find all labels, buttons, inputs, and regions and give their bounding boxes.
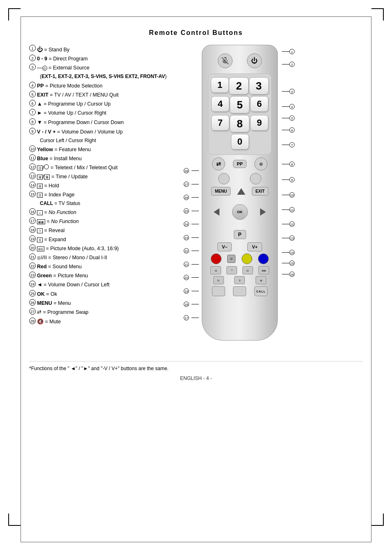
item-text: ▼ = Programme Down / Cursor Down xyxy=(37,118,169,127)
numpad: 1 2 3 4 5 6 7 8 xyxy=(208,74,272,155)
item-text: ⊞/⊠ = Time / Update xyxy=(37,173,169,181)
yellow-button[interactable] xyxy=(242,253,252,264)
top-section: ⏻ xyxy=(206,51,273,70)
corner-mark-bl xyxy=(8,514,21,526)
p-button[interactable]: P xyxy=(234,230,246,239)
list-item: 1 ⏻ = Stand By xyxy=(29,45,169,54)
remote-area: ⏻ 1 2 3 4 5 6 xyxy=(177,45,363,353)
item-number: 7 xyxy=(29,109,36,115)
corner-mark-br xyxy=(371,514,384,526)
menu-button[interactable]: MENU xyxy=(211,187,231,196)
label-line: 25 xyxy=(184,208,199,214)
spacer xyxy=(184,309,199,315)
num-button-7[interactable]: 7 xyxy=(211,115,229,131)
list-item: 27 ⇄ = Programme Swap xyxy=(29,308,169,317)
num-button-5[interactable]: 5 xyxy=(230,96,249,113)
spacer xyxy=(184,282,199,288)
spacer xyxy=(281,214,296,221)
list-item: 20 ⊞⊟ = Picture Mode (Auto, 4:3, 16:9) xyxy=(29,244,169,253)
item-number: 26 xyxy=(29,299,36,306)
label-line: 1 xyxy=(281,49,296,54)
label-line: 20 xyxy=(184,275,199,280)
circle-btn-right[interactable] xyxy=(250,173,261,184)
list-item: 22 Red = Sound Menu xyxy=(29,263,169,271)
list-item: 3 —⊙ = External Source xyxy=(29,64,169,72)
item-number: 6 xyxy=(29,100,36,106)
spacer xyxy=(184,295,199,302)
list-item: 4 PP = Picture Mode Selection xyxy=(29,82,169,90)
up-button[interactable] xyxy=(237,188,245,195)
item-text: PP = Picture Mode Selection xyxy=(37,82,169,90)
bot-btn-1[interactable] xyxy=(212,286,225,296)
item-number: 11 xyxy=(29,154,36,161)
label-line: 16 xyxy=(281,272,296,277)
mute-button[interactable] xyxy=(218,53,233,68)
num-button-2[interactable]: 2 xyxy=(229,77,249,94)
item-subtext: (EXT-1, EXT-2, EXT-3, S-VHS, S-VHS EXT2,… xyxy=(40,73,169,81)
outer-border: Remote Control Buttons 1 ⏻ = Stand By 2 … xyxy=(21,16,371,542)
red-button[interactable] xyxy=(211,253,221,264)
func-btn-3[interactable]: ⊡ xyxy=(242,266,253,274)
power-button[interactable]: ⏻ xyxy=(247,53,262,68)
spacer xyxy=(184,242,199,248)
pp-button[interactable]: PP xyxy=(233,160,247,168)
num-button-0[interactable]: 0 xyxy=(231,134,249,150)
exit-button[interactable]: EXIT xyxy=(252,187,268,196)
item-text: ► = Volume Up / Cursor Right xyxy=(37,109,169,117)
num-button-9[interactable]: 9 xyxy=(250,115,268,131)
ok-button[interactable]: OK xyxy=(232,204,248,220)
item-number: 23 xyxy=(29,272,36,278)
icon-row-1: ⊟ ? ⊡ ⊞⊠ xyxy=(208,266,272,274)
vol-minus-button[interactable]: V– xyxy=(217,242,232,251)
num-button-1[interactable]: 1 xyxy=(211,77,229,93)
spacer xyxy=(184,255,199,262)
item-number: 5 xyxy=(29,91,36,97)
num-button-4[interactable]: 4 xyxy=(211,96,229,112)
right-button[interactable] xyxy=(260,208,266,216)
spacer xyxy=(281,122,296,127)
label-line: 9 xyxy=(281,177,296,182)
func-btn-5[interactable]: ⊡ xyxy=(213,276,224,284)
item-number: 27 xyxy=(29,308,36,315)
spacer xyxy=(281,149,296,161)
item-number: 15 xyxy=(29,191,36,197)
label-line: 21 xyxy=(184,262,199,267)
num-button-8[interactable]: 8 xyxy=(230,115,249,132)
func-btn-2[interactable]: ? xyxy=(226,266,237,274)
func-btn-1[interactable]: ⊟ xyxy=(210,266,221,274)
num-button-6[interactable]: 6 xyxy=(250,96,268,112)
func-btn-7[interactable]: ⊞ xyxy=(256,276,266,284)
remote-wrapper: ⏻ 1 2 3 4 5 6 xyxy=(202,45,278,341)
vol-plus-button[interactable]: V+ xyxy=(247,242,262,251)
label-line: 18 xyxy=(184,302,199,307)
func-btn-6[interactable]: ⇕ xyxy=(234,276,245,284)
spacer xyxy=(281,228,296,235)
func-btn-4[interactable]: ⊞⊠ xyxy=(258,266,269,274)
item-number: 28 xyxy=(29,318,36,324)
item-number: 17 xyxy=(29,217,36,224)
bot-btn-2[interactable] xyxy=(233,286,246,296)
label-line: 3 xyxy=(281,89,296,94)
num-button-3[interactable]: 3 xyxy=(249,77,269,94)
left-button[interactable] xyxy=(214,208,219,216)
circle-btn-left[interactable] xyxy=(218,173,230,184)
list-item: 23 Green = Picture Menu xyxy=(29,272,169,280)
color-btn-2[interactable]: ◎ xyxy=(227,255,235,263)
spacer xyxy=(281,56,296,62)
item-number: 4 xyxy=(29,82,36,88)
content-area: 1 ⏻ = Stand By 2 0 - 9 = Direct Program … xyxy=(29,45,363,353)
item-number: 22 xyxy=(29,263,36,269)
blue-button[interactable] xyxy=(258,253,269,264)
item-text: V - / V + = Volume Down / Volume Up xyxy=(37,128,169,136)
list-item: 10 Yellow = Feature Menu xyxy=(29,145,169,154)
dpad: OK xyxy=(210,198,270,226)
ext-button[interactable]: ⊙ xyxy=(254,157,267,170)
item-number: 25 xyxy=(29,290,36,297)
bot-btn-3[interactable]: CALL xyxy=(254,286,267,296)
item-number: 10 xyxy=(29,145,36,152)
list-item: 7 ► = Volume Up / Cursor Right xyxy=(29,109,169,117)
list-item: 28 🔇 = Mute xyxy=(29,318,169,326)
spacer xyxy=(184,228,199,235)
label-line: 17 xyxy=(184,315,199,320)
swap-button[interactable]: ⇄ xyxy=(212,157,225,170)
